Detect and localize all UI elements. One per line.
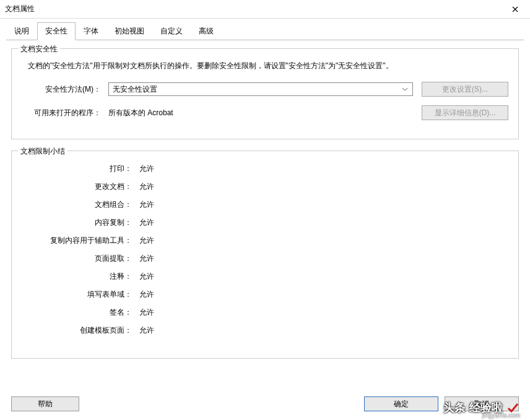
restriction-row: 内容复制： 允许: [22, 217, 508, 228]
document-security-fieldset: 文档安全性 文档的"安全性方法"用于限制对文档所执行的操作。要删除安全性限制，请…: [11, 48, 519, 139]
restriction-label: 页面提取：: [22, 253, 139, 264]
tab-initial-view[interactable]: 初始视图: [106, 22, 152, 40]
restriction-value: 允许: [139, 253, 508, 264]
security-method-row: 安全性方法(M)： 无安全性设置 更改设置(S)...: [22, 82, 508, 97]
help-button[interactable]: 帮助: [11, 396, 79, 411]
restriction-value: 允许: [139, 289, 508, 300]
close-button[interactable]: [505, 2, 525, 17]
restriction-value: 允许: [139, 164, 508, 174]
restriction-row: 打印： 允许: [22, 164, 508, 174]
restriction-value: 允许: [139, 235, 508, 246]
close-icon: [512, 6, 518, 12]
restriction-row: 更改文档： 允许: [22, 182, 508, 192]
restriction-label: 创建模板页面：: [22, 325, 139, 336]
restriction-label: 复制内容用于辅助工具：: [22, 235, 139, 246]
watermark-url: jingyanla.com: [482, 412, 520, 419]
restriction-value: 允许: [139, 325, 508, 336]
footer: 帮助 确定 取消: [0, 396, 530, 411]
restriction-value: 允许: [139, 182, 508, 192]
tab-fonts[interactable]: 字体: [76, 22, 106, 40]
security-legend: 文档安全性: [18, 44, 60, 55]
restriction-label: 签名：: [22, 307, 139, 318]
open-program-value: 所有版本的 Acrobat: [108, 108, 413, 118]
cancel-button[interactable]: 取消: [445, 396, 519, 411]
titlebar: 文档属性: [0, 0, 530, 19]
restriction-row: 页面提取： 允许: [22, 253, 508, 264]
change-settings-button: 更改设置(S)...: [422, 82, 508, 97]
content-area: 文档安全性 文档的"安全性方法"用于限制对文档所执行的操作。要删除安全性限制，请…: [0, 41, 530, 377]
restriction-value: 允许: [139, 217, 508, 228]
restriction-value: 允许: [139, 307, 508, 318]
open-program-label: 可用来打开的程序：: [22, 108, 108, 118]
restriction-row: 复制内容用于辅助工具： 允许: [22, 235, 508, 246]
restriction-row: 签名： 允许: [22, 307, 508, 318]
tab-custom[interactable]: 自定义: [152, 22, 191, 40]
security-description: 文档的"安全性方法"用于限制对文档所执行的操作。要删除安全性限制，请设置"安全性…: [28, 60, 508, 72]
show-details-button: 显示详细信息(D)...: [422, 105, 508, 120]
restriction-row: 填写表单域： 允许: [22, 289, 508, 300]
restriction-label: 内容复制：: [22, 217, 139, 228]
restriction-label: 填写表单域：: [22, 289, 139, 300]
tab-bar: 说明 安全性 字体 初始视图 自定义 高级: [0, 19, 530, 40]
restriction-label: 文档组合：: [22, 199, 139, 210]
window-title: 文档属性: [5, 4, 505, 14]
security-method-dropdown[interactable]: 无安全性设置: [108, 82, 413, 96]
restriction-list: 打印： 允许 更改文档： 允许 文档组合： 允许 内容复制： 允许 复制内容用于…: [22, 159, 508, 348]
security-method-label: 安全性方法(M)：: [22, 84, 108, 95]
restriction-value: 允许: [139, 199, 508, 210]
restriction-label: 更改文档：: [22, 182, 139, 192]
document-restrictions-fieldset: 文档限制小结 打印： 允许 更改文档： 允许 文档组合： 允许 内容复制： 允许…: [11, 151, 519, 359]
restriction-label: 注释：: [22, 271, 139, 282]
tab-underline: [6, 40, 524, 40]
chevron-down-icon: [400, 88, 410, 91]
tab-advanced[interactable]: 高级: [191, 22, 222, 40]
restriction-row: 创建模板页面： 允许: [22, 325, 508, 336]
ok-button[interactable]: 确定: [364, 396, 438, 411]
tab-description[interactable]: 说明: [6, 22, 37, 40]
tab-security[interactable]: 安全性: [37, 22, 76, 40]
restriction-value: 允许: [139, 271, 508, 282]
restrictions-legend: 文档限制小结: [18, 146, 67, 157]
footer-right: 确定 取消: [364, 396, 519, 411]
open-program-row: 可用来打开的程序： 所有版本的 Acrobat 显示详细信息(D)...: [22, 105, 508, 120]
restriction-row: 注释： 允许: [22, 271, 508, 282]
security-method-value: 无安全性设置: [113, 84, 157, 95]
restriction-row: 文档组合： 允许: [22, 199, 508, 210]
restriction-label: 打印：: [22, 164, 139, 174]
